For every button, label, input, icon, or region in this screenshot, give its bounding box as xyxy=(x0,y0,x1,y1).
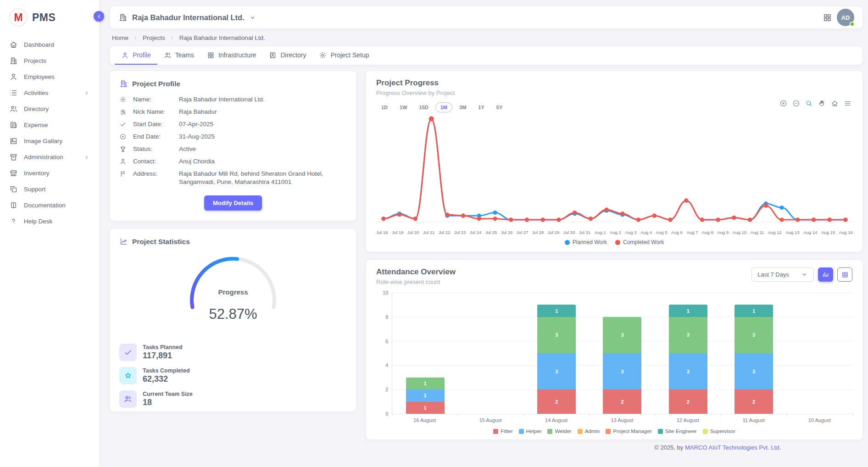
bar-segment-fitter[interactable]: 2 xyxy=(537,389,576,414)
tab-teams[interactable]: Teams xyxy=(157,46,200,65)
bar-segment-fitter[interactable]: 2 xyxy=(669,389,707,414)
range-button-15d[interactable]: 15D xyxy=(414,102,434,112)
bar-segment-helper[interactable]: 3 xyxy=(734,353,773,389)
tab-project-setup[interactable]: Project Setup xyxy=(312,46,375,65)
bar-column-11-august[interactable]: 2331 xyxy=(721,293,786,414)
user-avatar[interactable]: AD xyxy=(837,9,854,26)
toolbar-zoomsel-button[interactable] xyxy=(805,100,813,107)
bar-segment-welder[interactable]: 3 xyxy=(669,317,707,353)
data-point[interactable] xyxy=(780,206,784,210)
bar-segment-fitter[interactable]: 2 xyxy=(734,389,773,414)
bar-column-10-august[interactable] xyxy=(787,293,852,414)
sidebar-item-inventory[interactable]: Inventory xyxy=(0,165,99,181)
bar-segment-helper[interactable]: 3 xyxy=(537,353,576,389)
legend-item-welder[interactable]: Welder xyxy=(547,428,571,434)
bar-column-12-august[interactable]: 2331 xyxy=(655,293,721,414)
legend-item-site-engineer[interactable]: Site Engineer xyxy=(658,428,697,434)
legend-item-helper[interactable]: Helper xyxy=(519,428,542,434)
range-button-1y[interactable]: 1Y xyxy=(473,102,489,112)
sidebar-item-employees[interactable]: Employees xyxy=(0,69,99,85)
sidebar-item-dashboard[interactable]: Dashboard xyxy=(0,37,99,53)
data-point[interactable] xyxy=(573,211,577,215)
legend-item-fitter[interactable]: Fitter xyxy=(493,428,512,434)
sidebar-item-administration[interactable]: Administration xyxy=(0,149,99,165)
data-point[interactable] xyxy=(381,217,385,221)
range-button-3m[interactable]: 3M xyxy=(454,102,471,112)
bar-segment-helper[interactable]: 1 xyxy=(406,389,445,401)
bar-column-14-august[interactable]: 2331 xyxy=(524,293,590,414)
toolbar-menu-button[interactable] xyxy=(844,100,851,107)
bar-segment-welder[interactable]: 1 xyxy=(406,378,445,389)
bar-segment-helper[interactable]: 3 xyxy=(669,353,707,389)
company-selector[interactable]: Raja Bahadur International Ltd. xyxy=(132,13,245,22)
bar-segment-site-engineer[interactable]: 1 xyxy=(537,305,576,317)
bar-view-button[interactable] xyxy=(818,267,833,282)
data-point[interactable] xyxy=(700,217,704,222)
data-point[interactable] xyxy=(732,216,736,220)
bar-segment-helper[interactable]: 3 xyxy=(603,353,641,389)
tab-profile[interactable]: Profile xyxy=(115,46,157,65)
sidebar-item-directory[interactable]: Directory xyxy=(0,101,99,117)
data-point[interactable] xyxy=(780,217,784,222)
data-point[interactable] xyxy=(397,212,401,217)
app-logo[interactable]: M PMS xyxy=(0,0,99,34)
bar-segment-fitter[interactable]: 1 xyxy=(406,402,445,414)
range-button-1m[interactable]: 1M xyxy=(435,102,452,112)
tab-infrastructure[interactable]: Infrastructure xyxy=(200,46,262,65)
data-point[interactable] xyxy=(684,199,688,203)
table-view-button[interactable] xyxy=(837,267,852,282)
toolbar-zoomin-button[interactable] xyxy=(779,100,787,107)
line-chart[interactable] xyxy=(376,112,852,229)
data-point[interactable] xyxy=(541,217,545,222)
data-point[interactable] xyxy=(493,211,497,215)
range-select[interactable]: Last 7 Days xyxy=(751,267,814,282)
toolbar-zoomout-button[interactable] xyxy=(792,100,800,107)
legend-item-planned-work[interactable]: Planned Work xyxy=(565,239,607,245)
data-point[interactable] xyxy=(509,217,513,222)
data-point[interactable] xyxy=(716,217,720,222)
attendance-bar-chart[interactable]: 0246810111233123323312331 16 August15 Au… xyxy=(376,293,852,423)
bar-column-13-august[interactable]: 233 xyxy=(590,293,655,414)
sidebar-item-documentation[interactable]: Documentation xyxy=(0,197,99,213)
data-point[interactable] xyxy=(620,211,624,216)
data-point[interactable] xyxy=(429,117,434,122)
line-chart-svg[interactable] xyxy=(376,112,853,227)
data-point[interactable] xyxy=(828,217,832,222)
chevron-down-icon[interactable] xyxy=(249,14,256,21)
bar-segment-fitter[interactable]: 2 xyxy=(603,389,641,414)
footer-company-link[interactable]: MARCO AIoT Technologies Pvt. Ltd. xyxy=(685,444,781,451)
data-point[interactable] xyxy=(652,214,657,218)
sidebar-item-support[interactable]: Support xyxy=(0,181,99,197)
sidebar-item-projects[interactable]: Projects xyxy=(0,53,99,69)
bar-segment-site-engineer[interactable]: 1 xyxy=(669,305,707,317)
breadcrumb-item-raja-bahadur-international-ltd[interactable]: Raja Bahadur International Ltd. xyxy=(179,34,265,41)
data-point[interactable] xyxy=(843,217,847,222)
toolbar-pan-button[interactable] xyxy=(818,100,826,107)
legend-item-supervisor[interactable]: Supervisor xyxy=(703,428,735,434)
data-point[interactable] xyxy=(556,217,561,222)
bar-column-15-august[interactable] xyxy=(458,293,523,414)
sidebar-item-help-desk[interactable]: Help Desk xyxy=(0,213,99,229)
data-point[interactable] xyxy=(796,217,800,222)
data-point[interactable] xyxy=(493,217,497,221)
toolbar-reset-button[interactable] xyxy=(831,100,839,107)
breadcrumb-item-projects[interactable]: Projects xyxy=(143,34,165,41)
data-point[interactable] xyxy=(461,214,465,218)
sidebar-item-activities[interactable]: Activities xyxy=(0,85,99,101)
legend-item-admin[interactable]: Admin xyxy=(578,428,600,434)
range-button-1d[interactable]: 1D xyxy=(376,102,393,112)
sidebar-collapse-button[interactable] xyxy=(94,11,104,22)
data-point[interactable] xyxy=(589,217,593,221)
data-point[interactable] xyxy=(413,217,417,221)
bar-segment-welder[interactable]: 3 xyxy=(603,317,641,353)
data-point[interactable] xyxy=(525,217,529,222)
apps-grid-icon[interactable] xyxy=(823,13,832,22)
breadcrumb-item-home[interactable]: Home xyxy=(112,34,128,41)
data-point[interactable] xyxy=(636,217,640,222)
legend-item-project-manager[interactable]: Project Manager xyxy=(606,428,651,434)
bar-segment-site-engineer[interactable]: 1 xyxy=(734,305,773,317)
data-point[interactable] xyxy=(812,217,816,222)
data-point[interactable] xyxy=(605,207,609,211)
data-point[interactable] xyxy=(668,217,672,222)
bar-segment-welder[interactable]: 3 xyxy=(734,317,773,353)
